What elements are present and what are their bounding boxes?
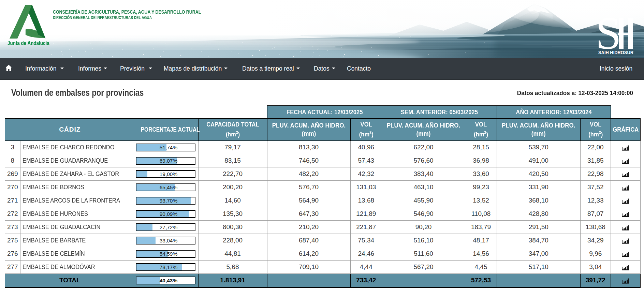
svg-text:SAIH HIDROSUR: SAIH HIDROSUR xyxy=(598,49,633,55)
